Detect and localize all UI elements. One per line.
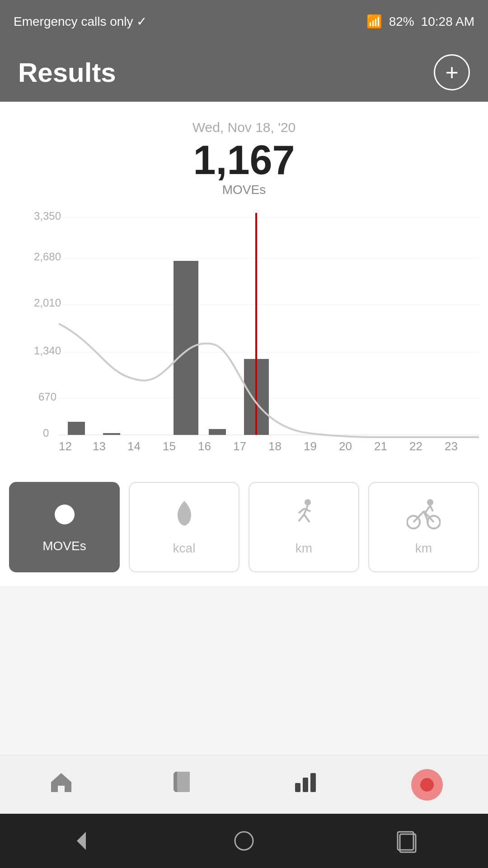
results-icon (293, 769, 318, 800)
svg-line-10 (304, 514, 310, 522)
chart-container: 3,350 2,680 2,010 1,340 670 0 (9, 211, 479, 464)
status-bar: Emergency calls only ✓ 📶 82% 10:28 AM (0, 0, 488, 43)
home-icon (49, 769, 74, 800)
score-date: Wed, Nov 18, '20 (0, 120, 488, 135)
x-label-22: 22 (409, 439, 422, 453)
bar-16 (174, 261, 198, 435)
svg-line-11 (299, 509, 304, 513)
metric-card-run-km[interactable]: km (249, 482, 359, 572)
y-label-2010: 2,010 (34, 297, 61, 309)
y-label-670: 670 (38, 391, 56, 403)
moves-label: MOVEs (42, 539, 86, 553)
bar-17 (209, 429, 226, 435)
nav-results[interactable] (244, 755, 366, 814)
main-content: Wed, Nov 18, '20 1,167 MOVEs 3,350 2,680… (0, 102, 488, 586)
metric-card-moves[interactable]: MOVEs (9, 482, 120, 572)
metric-card-bike-km[interactable]: km (368, 482, 479, 572)
nav-record[interactable] (366, 755, 488, 814)
wifi-icon: 📶 (366, 14, 382, 29)
y-label-1340: 1,340 (34, 344, 61, 357)
x-label-14: 14 (127, 439, 141, 453)
score-section: Wed, Nov 18, '20 1,167 MOVEs (0, 102, 488, 206)
system-nav (0, 814, 488, 868)
battery-text: 82% (389, 14, 414, 29)
status-right: 📶 82% 10:28 AM (366, 14, 474, 29)
svg-point-13 (427, 499, 433, 505)
metric-card-kcal[interactable]: kcal (129, 482, 239, 572)
x-label-15: 15 (163, 439, 176, 453)
run-icon (291, 499, 318, 537)
nav-home[interactable] (0, 755, 122, 814)
bottom-nav (0, 755, 488, 814)
bike-icon (407, 499, 441, 537)
add-button[interactable]: + (434, 54, 470, 90)
svg-rect-25 (295, 783, 300, 792)
svg-point-6 (55, 505, 75, 524)
x-label-18: 18 (268, 439, 282, 453)
moves-icon (51, 501, 78, 534)
record-icon (411, 769, 443, 801)
score-label: MOVEs (0, 183, 488, 197)
nav-journal[interactable] (122, 755, 244, 814)
x-label-13: 13 (93, 439, 106, 453)
x-label-23: 23 (445, 439, 458, 453)
svg-line-9 (299, 514, 304, 521)
x-label-19: 19 (304, 439, 317, 453)
y-label-2680: 2,680 (34, 250, 61, 263)
svg-point-29 (235, 832, 253, 850)
x-label-12: 12 (59, 439, 72, 453)
kcal-label: kcal (173, 541, 196, 556)
bar-14 (103, 433, 120, 435)
score-value: 1,167 (0, 140, 488, 180)
chart-svg: 3,350 2,680 2,010 1,340 670 0 (9, 211, 479, 464)
svg-marker-28 (77, 832, 86, 850)
svg-line-20 (424, 511, 426, 512)
svg-point-7 (305, 499, 311, 505)
page-title: Results (18, 57, 116, 88)
svg-rect-27 (310, 773, 316, 792)
svg-rect-23 (177, 772, 190, 792)
flame-icon (171, 499, 198, 537)
x-label-20: 20 (339, 439, 352, 453)
y-label-3350: 3,350 (34, 211, 61, 222)
chart-section: 3,350 2,680 2,010 1,340 670 0 (0, 206, 488, 468)
svg-rect-24 (174, 773, 177, 791)
time-text: 10:28 AM (421, 14, 474, 29)
recents-button[interactable] (389, 823, 425, 859)
bike-km-label: km (415, 541, 432, 556)
x-label-21: 21 (374, 439, 387, 453)
x-label-17: 17 (233, 439, 246, 453)
back-button[interactable] (63, 823, 99, 859)
y-label-0: 0 (43, 427, 49, 439)
x-label-16: 16 (198, 439, 211, 453)
metric-cards: MOVEs kcal (0, 468, 488, 586)
svg-line-19 (426, 505, 430, 512)
svg-line-21 (430, 505, 433, 511)
app-header: Results + (0, 43, 488, 102)
journal-icon (171, 769, 196, 800)
home-button[interactable] (226, 823, 262, 859)
svg-rect-26 (303, 778, 308, 792)
bar-13 (68, 422, 85, 435)
run-km-label: km (296, 541, 312, 556)
status-left: Emergency calls only ✓ (14, 14, 147, 29)
